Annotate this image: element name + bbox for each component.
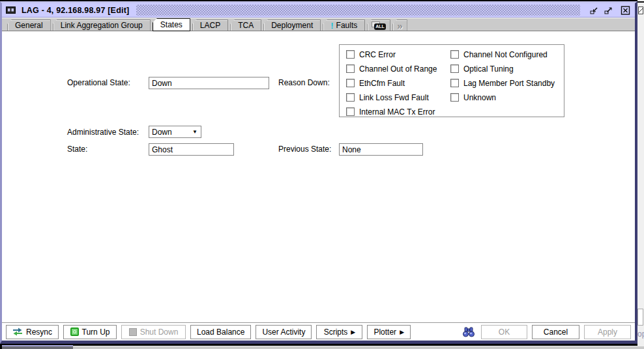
tab-lacp[interactable]: LACP <box>192 20 228 31</box>
checkbox-channel-out-of-range[interactable] <box>346 64 355 73</box>
scripts-button[interactable]: Scripts ▶ <box>316 325 362 339</box>
close-button[interactable] <box>620 5 631 16</box>
tab-strip: General Link Aggregation Group States LA… <box>2 18 635 31</box>
checkbox-link-loss-fwd-fault[interactable] <box>346 93 355 102</box>
find-button[interactable] <box>461 325 476 339</box>
load-balance-button[interactable]: Load Balance <box>190 325 251 339</box>
turn-up-button[interactable]: Turn Up <box>63 325 117 339</box>
tab-states[interactable]: States <box>153 18 190 31</box>
menu-arrow-icon: ▶ <box>400 329 404 335</box>
taskbar-item-fragment <box>2 345 73 349</box>
background-window-icon <box>638 7 643 14</box>
power-on-icon <box>70 328 79 336</box>
action-button-bar: Resync Turn Up Shut Down Load Balance Us… <box>2 322 635 341</box>
tab-faults-all[interactable]: ALL <box>367 20 390 31</box>
background-window-fragment: op <box>637 0 644 349</box>
checkbox-internal-mac-tx-error[interactable] <box>346 107 355 116</box>
binoculars-icon <box>462 327 475 337</box>
previous-state-label: Previous State: <box>278 145 331 154</box>
minimize-button[interactable] <box>589 5 600 16</box>
faults-all-icon: ALL <box>372 21 386 30</box>
resync-icon <box>12 328 23 336</box>
tab-overflow[interactable]: » <box>392 20 407 31</box>
operational-state-label: Operational State: <box>67 78 130 87</box>
operational-state-field[interactable] <box>149 77 269 89</box>
states-tab-panel: Operational State: Reason Down: CRC Erro… <box>2 31 635 322</box>
administrative-state-select[interactable]: Down ▼ <box>149 126 201 138</box>
tab-deployment[interactable]: Deployment <box>263 20 321 31</box>
menu-arrow-icon: ▶ <box>351 329 355 335</box>
window-title: LAG - 4, 92.168.98.97 [Edit] <box>22 6 129 15</box>
checkbox-channel-not-configured[interactable] <box>450 50 459 59</box>
lag-window-icon <box>6 7 16 14</box>
checkbox-optical-tuning[interactable] <box>450 64 459 73</box>
power-off-icon <box>129 328 137 336</box>
taskbar-strip-fragment <box>73 346 644 349</box>
apply-button[interactable]: Apply <box>584 325 631 339</box>
state-label: State: <box>67 145 87 154</box>
desktop-background: { "window": { "title": "LAG - 4, 92.168.… <box>0 0 644 349</box>
close-icon <box>621 6 630 15</box>
checkbox-unknown[interactable] <box>450 93 459 102</box>
partial-text-fragment: op <box>637 329 644 339</box>
shut-down-button[interactable]: Shut Down <box>121 325 186 339</box>
previous-state-field[interactable] <box>339 143 423 156</box>
checkbox-ethcfm-fault[interactable] <box>346 79 355 87</box>
background-window-edge <box>637 1 644 3</box>
tab-link-aggregation-group[interactable]: Link Aggregation Group <box>53 20 151 31</box>
fault-alert-icon: ! <box>330 21 333 30</box>
background-button-fragment <box>637 309 643 326</box>
reason-down-label: Reason Down: <box>278 78 330 87</box>
plotter-button[interactable]: Plotter ▶ <box>367 325 411 339</box>
maximize-button[interactable] <box>603 5 614 16</box>
cancel-button[interactable]: Cancel <box>532 325 579 339</box>
state-field[interactable] <box>149 143 234 156</box>
reason-down-group: CRC Error Channel Out of Range EthCfm Fa… <box>339 44 564 117</box>
chevron-right-icon: » <box>397 21 402 31</box>
tab-faults[interactable]: ! Faults <box>323 20 365 31</box>
lag-edit-dialog: LAG - 4, 92.168.98.97 [Edit] <box>0 1 637 344</box>
resync-button[interactable]: Resync <box>6 325 59 339</box>
ok-button[interactable]: OK <box>481 325 527 339</box>
chevron-down-icon: ▼ <box>192 129 198 135</box>
title-bar[interactable]: LAG - 4, 92.168.98.97 [Edit] <box>2 3 635 18</box>
user-activity-button[interactable]: User Activity <box>256 325 312 339</box>
administrative-state-label: Administrative State: <box>67 128 139 137</box>
maximize-icon <box>604 6 613 15</box>
tab-general[interactable]: General <box>7 20 51 31</box>
minimize-icon <box>589 6 599 15</box>
checkbox-crc-error[interactable] <box>346 50 355 59</box>
titlebar-texture <box>136 5 580 16</box>
checkbox-lag-member-port-standby[interactable] <box>450 79 459 87</box>
administrative-state-value: Down <box>152 128 172 137</box>
tab-tca[interactable]: TCA <box>230 20 261 31</box>
